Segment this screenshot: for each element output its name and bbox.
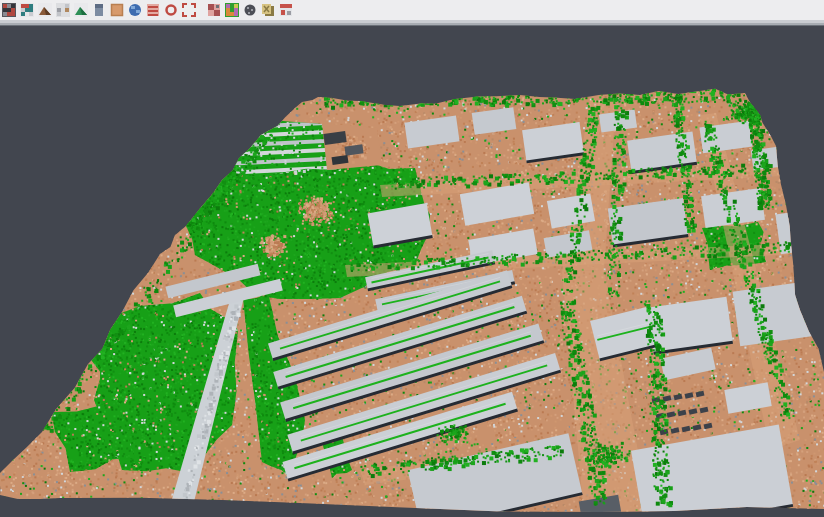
sparse-points-icon[interactable] [56, 3, 70, 17]
selection-brackets-icon[interactable] [182, 3, 196, 17]
globe-icon[interactable] [128, 3, 142, 17]
dark-sphere-icon-glyph [243, 3, 257, 17]
flag-bars-icon-glyph [279, 3, 293, 17]
target-icon[interactable] [164, 3, 178, 17]
orthoimage-icon[interactable] [110, 3, 124, 17]
grid-cells-icon-glyph [207, 3, 221, 17]
grid-cells-icon[interactable] [207, 3, 221, 17]
classified-points-icon-glyph [20, 3, 34, 17]
dark-sphere-icon[interactable] [243, 3, 257, 17]
layers-icon[interactable] [146, 3, 160, 17]
terrain-model-icon[interactable] [38, 3, 52, 17]
layers-icon-glyph [146, 3, 160, 17]
globe-icon-glyph [128, 3, 142, 17]
selection-brackets-icon-glyph [182, 3, 196, 17]
profile-view-icon[interactable] [92, 3, 106, 17]
pages-icon-glyph [261, 3, 275, 17]
green-terrain-icon-glyph [74, 3, 88, 17]
toolbar [0, 0, 824, 20]
green-terrain-icon[interactable] [74, 3, 88, 17]
classified-points-icon[interactable] [20, 3, 34, 17]
profile-view-icon-glyph [92, 3, 106, 17]
app-window: { "window": { "background": "#42464f" },… [0, 0, 824, 517]
3d-viewport[interactable] [0, 26, 824, 517]
point-cloud-icon-glyph [2, 3, 16, 17]
point-cloud-icon[interactable] [2, 3, 16, 17]
orthoimage-icon-glyph [110, 3, 124, 17]
target-icon-glyph [164, 3, 178, 17]
classification-colors-icon[interactable] [225, 3, 239, 17]
sparse-points-icon-glyph [56, 3, 70, 17]
classification-colors-icon-glyph [225, 3, 239, 17]
flag-bars-icon[interactable] [279, 3, 293, 17]
pages-icon[interactable] [261, 3, 275, 17]
terrain-model-icon-glyph [38, 3, 52, 17]
